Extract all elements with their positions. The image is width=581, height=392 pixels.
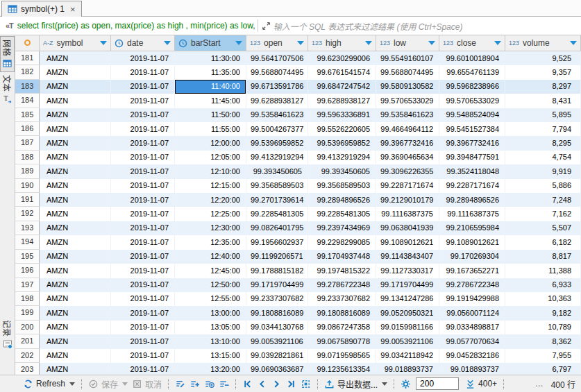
column-header-date[interactable]: date xyxy=(111,35,175,51)
cell-high[interactable]: 99.2337307682 xyxy=(308,292,376,306)
cell-low[interactable]: 99.2287171674 xyxy=(376,179,439,193)
cell-symbol[interactable]: AMZN xyxy=(40,51,111,65)
refresh-button[interactable]: Refresh xyxy=(21,378,77,390)
cell-barStart[interactable]: 13:10:00 xyxy=(175,334,246,348)
cell-volume[interactable]: 7,248 xyxy=(505,193,581,207)
fetch-more-button[interactable]: 400+ xyxy=(463,378,499,390)
cell-low[interactable]: 99.2129010179 xyxy=(376,193,439,207)
sort-dropdown-icon[interactable] xyxy=(428,41,435,45)
column-header-high[interactable]: 123high xyxy=(308,35,376,51)
cell-volume[interactable]: 8,297 xyxy=(505,80,581,94)
cell-close[interactable]: 99.1116387375 xyxy=(439,207,505,221)
cell-volume[interactable]: 6,182 xyxy=(505,235,581,249)
cell-high[interactable]: 99.2397434969 xyxy=(308,221,376,235)
cell-symbol[interactable]: AMZN xyxy=(40,179,111,193)
cell-symbol[interactable]: AMZN xyxy=(40,122,111,136)
cell-volume[interactable]: 10,789 xyxy=(505,321,581,334)
previous-row-button[interactable] xyxy=(255,378,269,390)
cell-low[interactable]: 99.5549160107 xyxy=(376,51,439,65)
edit-cell-button[interactable] xyxy=(173,378,187,390)
cell-open[interactable]: 99.0053921106 xyxy=(246,334,308,348)
column-header-symbol[interactable]: A-Zsymbol xyxy=(40,35,111,51)
row-number-cell[interactable]: 189 xyxy=(15,164,40,178)
cell-symbol[interactable]: AMZN xyxy=(40,108,111,122)
cell-date[interactable]: 2019-11-07 xyxy=(111,292,175,306)
cell-barStart[interactable]: 11:40:00 xyxy=(175,80,246,94)
cell-volume[interactable]: 6,933 xyxy=(505,278,581,292)
row-number-cell[interactable]: 188 xyxy=(15,151,40,164)
cell-high[interactable]: 99.2298299085 xyxy=(308,235,376,249)
export-data-button[interactable]: 导出数据... xyxy=(322,377,389,391)
cell-low[interactable]: 99.1143843407 xyxy=(376,250,439,264)
cell-volume[interactable]: 5,895 xyxy=(505,108,581,122)
focus-cell-button[interactable] xyxy=(298,378,313,390)
cell-symbol[interactable]: AMZN xyxy=(40,264,111,278)
row-number-cell[interactable]: 202 xyxy=(15,349,40,363)
cell-barStart[interactable]: 12:50:00 xyxy=(175,278,246,292)
cell-symbol[interactable]: AMZN xyxy=(40,235,111,249)
sort-dropdown-icon[interactable] xyxy=(365,41,372,45)
cell-symbol[interactable]: AMZN xyxy=(40,349,111,363)
cell-open[interactable]: 99.6713591786 xyxy=(246,80,308,94)
row-number-cell[interactable]: 200 xyxy=(15,321,40,334)
cell-symbol[interactable]: AMZN xyxy=(40,363,111,375)
cell-date[interactable]: 2019-11-07 xyxy=(111,193,175,207)
cell-high[interactable]: 99.2786722348 xyxy=(308,278,376,292)
cell-high[interactable]: 99.3568589503 xyxy=(308,179,376,193)
column-header-rownum[interactable] xyxy=(15,35,40,51)
fetch-settings-button[interactable] xyxy=(398,378,413,390)
cell-low[interactable]: 99.1341247286 xyxy=(376,292,439,306)
cell-close[interactable]: 99.5488524094 xyxy=(439,108,505,122)
cell-low[interactable]: 99.1127330317 xyxy=(376,264,439,278)
tab-symbol-result[interactable]: symbol(+) 1 × xyxy=(1,1,82,17)
cell-open[interactable]: 99.1788815182 xyxy=(246,264,308,278)
row-number-cell[interactable]: 190 xyxy=(15,179,40,193)
expand-filter-icon[interactable] xyxy=(262,22,271,31)
cell-low[interactable]: 99.018893737 xyxy=(376,363,439,375)
cell-low[interactable]: 99.1719704499 xyxy=(376,278,439,292)
cell-barStart[interactable]: 13:20:00 xyxy=(175,363,246,375)
cell-barStart[interactable]: 13:00:00 xyxy=(175,306,246,320)
cell-symbol[interactable]: AMZN xyxy=(40,136,111,150)
row-number-cell[interactable]: 194 xyxy=(15,235,40,249)
cell-high[interactable]: 99.393450605 xyxy=(308,164,376,178)
sort-dropdown-icon[interactable] xyxy=(164,41,171,45)
cell-close[interactable]: 99.5451527384 xyxy=(439,122,505,136)
cell-date[interactable]: 2019-11-07 xyxy=(111,278,175,292)
cell-high[interactable]: 99.0867247358 xyxy=(308,321,376,334)
cell-volume[interactable]: 8,817 xyxy=(505,250,581,264)
cell-symbol[interactable]: AMZN xyxy=(40,164,111,178)
cell-high[interactable]: 99.4132919294 xyxy=(308,151,376,164)
cell-barStart[interactable]: 12:20:00 xyxy=(175,193,246,207)
row-number-cell[interactable]: 195 xyxy=(15,250,40,264)
row-number-cell[interactable]: 198 xyxy=(15,292,40,306)
cell-high[interactable]: 99.1235613354 xyxy=(308,363,376,375)
row-number-cell[interactable]: 192 xyxy=(15,207,40,221)
cell-close[interactable]: 99.6554761139 xyxy=(439,65,505,79)
cell-volume[interactable]: 5,507 xyxy=(505,221,581,235)
cell-volume[interactable]: 10,363 xyxy=(505,292,581,306)
cell-open[interactable]: 99.2285481305 xyxy=(246,207,308,221)
cell-close[interactable]: 99.5968238966 xyxy=(439,80,505,94)
sort-dropdown-icon[interactable] xyxy=(100,41,107,45)
cell-close[interactable]: 99.5706533029 xyxy=(439,94,505,108)
cell-low[interactable]: 99.0159981166 xyxy=(376,321,439,334)
cell-high[interactable]: 99.1704937448 xyxy=(308,250,376,264)
cell-low[interactable]: 99.0638041939 xyxy=(376,221,439,235)
cell-date[interactable]: 2019-11-07 xyxy=(111,179,175,193)
cell-low[interactable]: 99.3096226355 xyxy=(376,164,439,178)
sidebar-tab-grid-view[interactable]: 网格 xyxy=(0,36,15,72)
save-button[interactable]: 保存 xyxy=(86,377,130,391)
cell-volume[interactable]: 11,388 xyxy=(505,264,581,278)
cell-open[interactable]: 99.1719704499 xyxy=(246,278,308,292)
cell-symbol[interactable]: AMZN xyxy=(40,193,111,207)
cell-open[interactable]: 99.1808816089 xyxy=(246,306,308,320)
cell-low[interactable]: 99.1116387375 xyxy=(376,207,439,221)
cell-open[interactable]: 99.1199206571 xyxy=(246,250,308,264)
cell-high[interactable]: 99.5963336891 xyxy=(308,108,376,122)
cell-close[interactable]: 99.2287171674 xyxy=(439,179,505,193)
cell-close[interactable]: 99.6010018904 xyxy=(439,51,505,65)
cell-date[interactable]: 2019-11-07 xyxy=(111,164,175,178)
cell-volume[interactable]: 7,955 xyxy=(505,349,581,363)
column-header-low[interactable]: 123low xyxy=(376,35,439,51)
